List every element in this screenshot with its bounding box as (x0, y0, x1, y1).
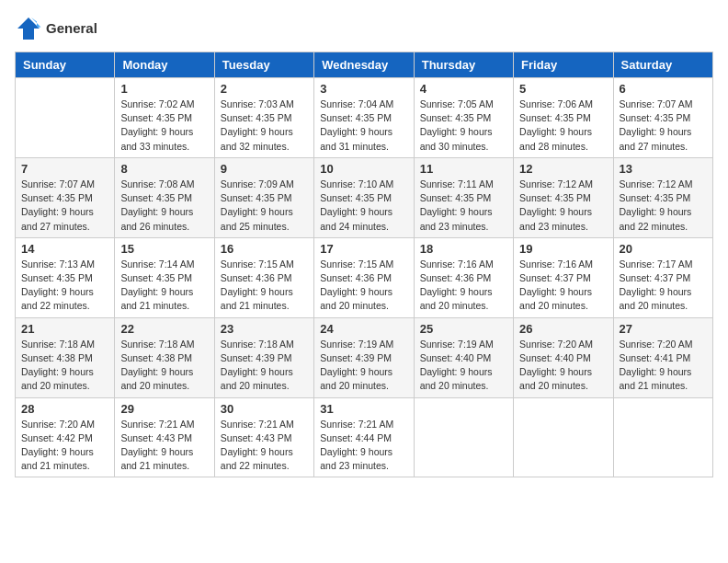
day-info: Sunrise: 7:07 AMSunset: 4:35 PMDaylight:… (21, 178, 108, 234)
calendar-cell: 25 Sunrise: 7:19 AMSunset: 4:40 PMDaylig… (414, 317, 513, 397)
day-number: 19 (519, 242, 607, 256)
day-info: Sunrise: 7:21 AMSunset: 4:44 PMDaylight:… (320, 418, 407, 474)
day-info: Sunrise: 7:15 AMSunset: 4:36 PMDaylight:… (221, 258, 308, 314)
weekday-header: Monday (115, 52, 214, 78)
day-info: Sunrise: 7:08 AMSunset: 4:35 PMDaylight:… (120, 178, 208, 234)
weekday-header: Sunday (16, 52, 115, 78)
day-info: Sunrise: 7:15 AMSunset: 4:36 PMDaylight:… (320, 258, 407, 314)
calendar-cell: 17 Sunrise: 7:15 AMSunset: 4:36 PMDaylig… (314, 237, 414, 317)
day-number: 31 (320, 402, 407, 416)
day-number: 23 (221, 322, 308, 336)
calendar-cell: 9 Sunrise: 7:09 AMSunset: 4:35 PMDayligh… (214, 157, 313, 237)
day-info: Sunrise: 7:17 AMSunset: 4:37 PMDaylight:… (620, 258, 707, 314)
day-number: 22 (120, 322, 208, 336)
day-number: 20 (620, 242, 707, 256)
logo: General (15, 15, 97, 42)
calendar-week-row: 7 Sunrise: 7:07 AMSunset: 4:35 PMDayligh… (16, 157, 713, 237)
calendar-cell: 14 Sunrise: 7:13 AMSunset: 4:35 PMDaylig… (16, 237, 115, 317)
weekday-header: Wednesday (314, 52, 414, 78)
calendar-cell: 20 Sunrise: 7:17 AMSunset: 4:37 PMDaylig… (613, 237, 712, 317)
day-info: Sunrise: 7:09 AMSunset: 4:35 PMDaylight:… (221, 178, 308, 234)
calendar-cell: 15 Sunrise: 7:14 AMSunset: 4:35 PMDaylig… (115, 237, 214, 317)
calendar-cell: 2 Sunrise: 7:03 AMSunset: 4:35 PMDayligh… (214, 78, 313, 158)
calendar-cell: 8 Sunrise: 7:08 AMSunset: 4:35 PMDayligh… (115, 157, 214, 237)
day-info: Sunrise: 7:21 AMSunset: 4:43 PMDaylight:… (221, 418, 308, 474)
day-number: 24 (320, 322, 407, 336)
svg-marker-0 (17, 17, 40, 40)
day-number: 21 (21, 322, 108, 336)
weekday-header: Friday (514, 52, 613, 78)
day-number: 14 (21, 242, 108, 256)
calendar-cell: 4 Sunrise: 7:05 AMSunset: 4:35 PMDayligh… (414, 78, 513, 158)
calendar-cell: 11 Sunrise: 7:11 AMSunset: 4:35 PMDaylig… (414, 157, 513, 237)
day-info: Sunrise: 7:06 AMSunset: 4:35 PMDaylight:… (519, 98, 607, 154)
calendar-cell: 21 Sunrise: 7:18 AMSunset: 4:38 PMDaylig… (16, 317, 115, 397)
calendar-week-row: 1 Sunrise: 7:02 AMSunset: 4:35 PMDayligh… (16, 78, 713, 158)
weekday-header: Saturday (613, 52, 712, 78)
day-number: 6 (620, 82, 707, 96)
day-number: 9 (221, 162, 308, 176)
weekday-header: Tuesday (214, 52, 313, 78)
calendar-cell: 3 Sunrise: 7:04 AMSunset: 4:35 PMDayligh… (314, 78, 414, 158)
day-info: Sunrise: 7:12 AMSunset: 4:35 PMDaylight:… (620, 178, 707, 234)
calendar-cell: 24 Sunrise: 7:19 AMSunset: 4:39 PMDaylig… (314, 317, 414, 397)
calendar-cell: 12 Sunrise: 7:12 AMSunset: 4:35 PMDaylig… (514, 157, 613, 237)
day-number: 8 (120, 162, 208, 176)
day-number: 7 (21, 162, 108, 176)
calendar-cell: 26 Sunrise: 7:20 AMSunset: 4:40 PMDaylig… (514, 317, 613, 397)
day-number: 2 (221, 82, 308, 96)
day-info: Sunrise: 7:11 AMSunset: 4:35 PMDaylight:… (420, 178, 507, 234)
day-info: Sunrise: 7:20 AMSunset: 4:42 PMDaylight:… (21, 418, 108, 474)
calendar-cell: 5 Sunrise: 7:06 AMSunset: 4:35 PMDayligh… (514, 78, 613, 158)
day-info: Sunrise: 7:18 AMSunset: 4:38 PMDaylight:… (21, 338, 108, 394)
day-number: 15 (120, 242, 208, 256)
calendar-week-row: 21 Sunrise: 7:18 AMSunset: 4:38 PMDaylig… (16, 317, 713, 397)
day-info: Sunrise: 7:19 AMSunset: 4:39 PMDaylight:… (320, 338, 407, 394)
day-number: 1 (120, 82, 208, 96)
day-number: 29 (120, 402, 208, 416)
day-number: 13 (620, 162, 707, 176)
day-number: 26 (519, 322, 607, 336)
calendar-cell: 6 Sunrise: 7:07 AMSunset: 4:35 PMDayligh… (613, 78, 712, 158)
day-info: Sunrise: 7:18 AMSunset: 4:38 PMDaylight:… (120, 338, 208, 394)
calendar-cell: 30 Sunrise: 7:21 AMSunset: 4:43 PMDaylig… (214, 397, 313, 477)
day-info: Sunrise: 7:02 AMSunset: 4:35 PMDaylight:… (120, 98, 208, 154)
calendar-cell: 16 Sunrise: 7:15 AMSunset: 4:36 PMDaylig… (214, 237, 313, 317)
day-info: Sunrise: 7:13 AMSunset: 4:35 PMDaylight:… (21, 258, 108, 314)
day-info: Sunrise: 7:16 AMSunset: 4:36 PMDaylight:… (420, 258, 507, 314)
day-info: Sunrise: 7:12 AMSunset: 4:35 PMDaylight:… (519, 178, 607, 234)
calendar-cell: 10 Sunrise: 7:10 AMSunset: 4:35 PMDaylig… (314, 157, 414, 237)
calendar-cell: 29 Sunrise: 7:21 AMSunset: 4:43 PMDaylig… (115, 397, 214, 477)
calendar-week-row: 28 Sunrise: 7:20 AMSunset: 4:42 PMDaylig… (16, 397, 713, 477)
day-info: Sunrise: 7:18 AMSunset: 4:39 PMDaylight:… (221, 338, 308, 394)
calendar-cell: 7 Sunrise: 7:07 AMSunset: 4:35 PMDayligh… (16, 157, 115, 237)
calendar-cell: 18 Sunrise: 7:16 AMSunset: 4:36 PMDaylig… (414, 237, 513, 317)
weekday-header: Thursday (414, 52, 513, 78)
day-info: Sunrise: 7:16 AMSunset: 4:37 PMDaylight:… (519, 258, 607, 314)
calendar-cell: 1 Sunrise: 7:02 AMSunset: 4:35 PMDayligh… (115, 78, 214, 158)
day-info: Sunrise: 7:07 AMSunset: 4:35 PMDaylight:… (620, 98, 707, 154)
day-info: Sunrise: 7:19 AMSunset: 4:40 PMDaylight:… (420, 338, 507, 394)
day-number: 27 (620, 322, 707, 336)
day-number: 30 (221, 402, 308, 416)
calendar-cell (414, 397, 513, 477)
day-info: Sunrise: 7:03 AMSunset: 4:35 PMDaylight:… (221, 98, 308, 154)
day-number: 28 (21, 402, 108, 416)
calendar-cell: 27 Sunrise: 7:20 AMSunset: 4:41 PMDaylig… (613, 317, 712, 397)
calendar: SundayMondayTuesdayWednesdayThursdayFrid… (15, 52, 713, 477)
day-number: 3 (320, 82, 407, 96)
day-info: Sunrise: 7:05 AMSunset: 4:35 PMDaylight:… (420, 98, 507, 154)
calendar-cell: 13 Sunrise: 7:12 AMSunset: 4:35 PMDaylig… (613, 157, 712, 237)
calendar-header-row: SundayMondayTuesdayWednesdayThursdayFrid… (16, 52, 713, 78)
calendar-cell: 22 Sunrise: 7:18 AMSunset: 4:38 PMDaylig… (115, 317, 214, 397)
day-number: 11 (420, 162, 507, 176)
calendar-cell: 19 Sunrise: 7:16 AMSunset: 4:37 PMDaylig… (514, 237, 613, 317)
day-info: Sunrise: 7:20 AMSunset: 4:40 PMDaylight:… (519, 338, 607, 394)
calendar-cell (16, 78, 115, 158)
page-header: General (15, 15, 713, 42)
day-number: 12 (519, 162, 607, 176)
day-info: Sunrise: 7:14 AMSunset: 4:35 PMDaylight:… (120, 258, 208, 314)
day-number: 5 (519, 82, 607, 96)
day-number: 10 (320, 162, 407, 176)
logo-icon (15, 15, 42, 42)
